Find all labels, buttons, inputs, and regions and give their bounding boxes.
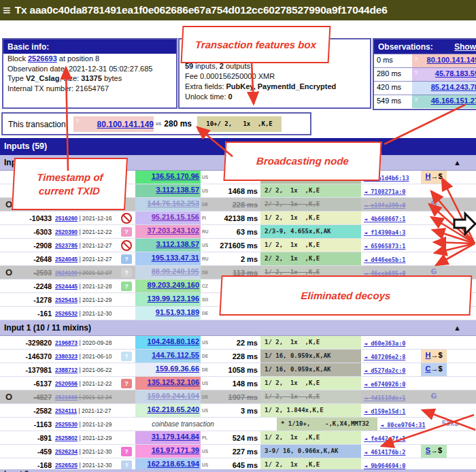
ip-link[interactable]: 91.51.93.189 <box>156 308 199 316</box>
output-key-link[interactable]: ◄ e6740926:0 <box>364 381 405 388</box>
decoy-marker: O <box>0 267 19 277</box>
country-code: US <box>201 188 214 193</box>
block-link[interactable]: 2524445 <box>55 283 78 290</box>
output-key-link[interactable]: ◄ fe442e7f:1 <box>364 435 405 442</box>
ip-link[interactable]: 136.56.170.96 <box>152 172 199 180</box>
ip-link[interactable]: 144.76.162.253 <box>148 199 199 207</box>
ip-link[interactable]: 89.203.249.160 <box>148 281 199 289</box>
block-link[interactable]: 2196873 <box>55 339 78 346</box>
ip-link[interactable]: 31.179.144.84 <box>152 433 199 441</box>
trace-badge-link[interactable]: S <box>426 446 430 454</box>
block-link[interactable]: 2524100 <box>55 269 78 276</box>
amount-delta: -891 <box>19 434 52 442</box>
ip-link[interactable]: 104.248.80.162 <box>148 337 199 345</box>
amount-delta: -146370 <box>19 352 52 360</box>
trace-badge <box>421 404 447 417</box>
ip-link[interactable]: 3.112.138.57 <box>156 186 199 194</box>
input-row: -1463702380323 | 2021-06-10?144.76.112.5… <box>0 350 476 363</box>
output-key-link[interactable]: ◄ d527da2c:0 <box>364 367 405 374</box>
trace-badge[interactable]: H→$ <box>421 171 447 184</box>
ip-link[interactable]: 135.125.32.106 <box>148 378 199 386</box>
observation-ip-link[interactable]: 46.166.151.27 <box>431 97 476 105</box>
ip-link[interactable]: 95.216.15.156 <box>152 213 199 221</box>
ip-cell: 95.216.15.156 <box>135 212 201 224</box>
observation-ip-link[interactable]: 85.214.243.78 <box>431 83 476 91</box>
ip-link[interactable]: 195.133.47.31 <box>152 254 199 262</box>
input-row: -26482524045 | 2021-12-27?195.133.47.31R… <box>0 252 476 266</box>
block-link[interactable]: 2525415 <box>55 297 78 303</box>
block-link[interactable]: 2526234 <box>55 448 78 455</box>
block-date-cell: 2524111 | 2021-12-27 <box>52 407 118 414</box>
block-link[interactable]: 2525802 <box>55 435 78 441</box>
ip-link[interactable]: 37.203.243.102 <box>148 226 199 235</box>
latency-value: 228 ms <box>214 352 258 360</box>
block-link[interactable]: 2388712 <box>55 367 78 373</box>
observation-latency: 420 ms <box>374 82 412 95</box>
broadcast-ip-link[interactable]: 80.100.141.149 <box>97 120 154 129</box>
status-icon-cell <box>118 240 135 251</box>
ip-link[interactable]: 162.218.65.194 <box>148 460 199 468</box>
ip-link[interactable]: 161.97.171.39 <box>152 446 199 454</box>
block-link[interactable]: 2516260 <box>55 215 78 222</box>
amount-delta: -161 <box>19 309 52 318</box>
output-key-link[interactable]: ◄ 4b668667:1 <box>364 216 405 222</box>
output-key-link[interactable]: ◄ 9b964694:0 <box>364 462 405 469</box>
output-key-link[interactable]: ◄ 4614176b:2 <box>364 449 405 456</box>
ip-link[interactable]: 139.99.123.196 <box>148 294 199 303</box>
show-link[interactable]: Show <box>454 42 476 52</box>
ip-cell: 3.112.138.57 <box>135 184 201 197</box>
ip-link[interactable]: 162.218.65.240 <box>148 405 199 414</box>
output-key-link[interactable]: ◄ d60e363a:0 <box>364 340 405 347</box>
output-key-link[interactable]: ◄ 80ce9764:31 <box>380 422 426 428</box>
observation-ip-link[interactable]: 45.78.183.59 <box>435 69 476 78</box>
internal-tx-number: Internal TX number: 21654767 <box>3 84 176 94</box>
block-link[interactable]: 2520390 <box>55 229 78 235</box>
block-number-link[interactable]: 2526693 <box>28 54 57 63</box>
output-key-link[interactable]: ◄ 407206e2:8 <box>364 354 405 360</box>
trace-badge[interactable]: C→$ <box>421 363 447 376</box>
latency-value: 3 ms <box>214 407 258 415</box>
ip-link[interactable]: 88.99.240.195 <box>152 267 199 275</box>
tx-type-line: Type V2_Cslag, size: 31375 bytes <box>3 73 176 84</box>
ip-link[interactable]: 159.69.244.194 <box>148 392 199 400</box>
country-code: US <box>201 408 214 413</box>
latency-value: 271605 ms <box>214 241 258 250</box>
output-key-cell: ◄ d159e15d:1 <box>364 407 421 415</box>
ip-link[interactable]: 3.112.138.57 <box>156 240 199 248</box>
block-link[interactable]: 2525530 <box>55 421 78 428</box>
output-key-link[interactable]: ◄ 65965873:1 <box>364 243 405 250</box>
latency-value: 645 ms <box>214 461 258 469</box>
observation-ip-link[interactable]: 80.100.141.149 <box>427 56 476 64</box>
block-link[interactable]: 2524111 <box>55 407 77 414</box>
output-key-link[interactable]: ◄ e19fa399:0 <box>364 202 405 209</box>
output-key-link[interactable]: ◄ 4d1519de:1 <box>364 394 405 401</box>
input-row: -29082523785 | 2021-12-273.112.138.57US2… <box>0 239 476 252</box>
block-date-text: | 2021-12-22 <box>78 380 112 387</box>
collapse-triangle-icon[interactable]: ▲ <box>454 324 461 332</box>
block-date-text: | 2021-12-22 <box>78 229 112 235</box>
block-link[interactable]: 2526532 <box>55 310 78 317</box>
input-row: -4592526234 | 2021-12-30?161.97.171.39US… <box>0 445 476 458</box>
block-link[interactable]: 2526525 <box>55 462 78 469</box>
block-link[interactable]: 2520556 <box>55 380 78 387</box>
menu-icon[interactable]: ≡ <box>3 3 11 18</box>
latency-value: 1907 ms <box>214 393 258 401</box>
block-link[interactable]: 2380323 <box>55 353 78 360</box>
output-key-link[interactable]: ◄ d159e15d:1 <box>364 408 405 415</box>
ring-signature-info: 1/ 2, 1x ,K,E <box>260 239 361 252</box>
ip-link[interactable]: 144.76.112.55 <box>152 351 199 359</box>
trace-badge[interactable]: H→$ <box>421 350 447 363</box>
collapse-triangle-icon[interactable]: ▲ <box>454 158 461 167</box>
block-link[interactable]: 2521666 <box>55 394 78 401</box>
output-key-link[interactable]: ◄ d446ee5b:1 <box>364 256 405 263</box>
block-link[interactable]: 2524045 <box>55 256 78 263</box>
output-key-link[interactable]: ◄ 7108271a:0 <box>364 188 405 195</box>
ip-cell: 89.203.249.160 <box>135 280 201 292</box>
amount-delta: -1163 <box>19 420 52 428</box>
output-key-link[interactable]: ◄ f14390a4:3 <box>364 229 405 236</box>
trace-badge[interactable]: S→$ <box>421 445 447 458</box>
basic-info-box: Basic info: Block 2526693 at position 8 … <box>2 38 177 109</box>
ip-link[interactable]: 159.69.36.66 <box>156 365 199 373</box>
annotation-broadcasting-node: Broadcasting node <box>223 141 381 181</box>
block-link[interactable]: 2523785 <box>55 242 78 249</box>
